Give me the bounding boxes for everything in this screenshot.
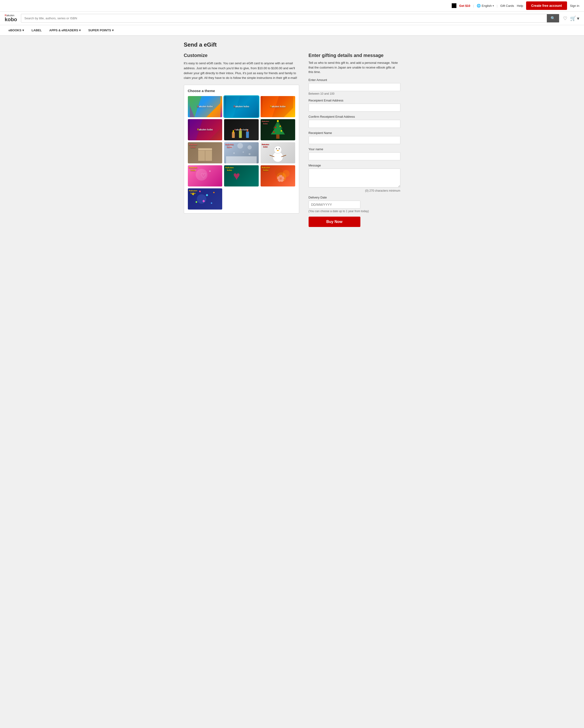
amount-input[interactable]	[309, 83, 400, 91]
two-column-layout: Customize It's easy to send eGift cards.…	[184, 53, 400, 227]
svg-point-29	[237, 143, 243, 149]
nav-label[interactable]: LABEL	[28, 25, 46, 35]
theme-card-1[interactable]: Rakuten kobo	[188, 96, 222, 117]
sign-in-link[interactable]: Sign in	[570, 4, 579, 7]
nav-ebooks[interactable]: eBOOKS ▾	[5, 25, 28, 35]
theme-9-label: Rakutenkobo	[262, 144, 269, 148]
svg-point-21	[280, 126, 281, 127]
nav-apps-chevron: ▾	[79, 28, 81, 32]
svg-rect-52	[206, 194, 208, 197]
svg-text:❄: ❄	[248, 153, 251, 156]
theme-13-label: Rakutenkobo	[189, 189, 197, 195]
get10-link[interactable]: Get $10	[459, 4, 470, 7]
svg-rect-12	[246, 131, 249, 138]
theme-card-9[interactable]: Rakutenkobo	[261, 142, 295, 163]
svg-text:❄: ❄	[233, 152, 235, 154]
right-column: Enter gifting details and message Tell u…	[309, 53, 400, 227]
amount-field-group: Enter Amount Between 10 and 100	[309, 78, 400, 95]
theme-card-4[interactable]: Rakuten kobo	[188, 119, 222, 140]
logo-kobo-text: kobo	[5, 17, 17, 22]
svg-text:♡: ♡	[200, 172, 207, 180]
nav-ebooks-label: eBOOKS	[8, 28, 21, 32]
theme-card-8[interactable]: ❄ ❄ ❄ Rakutenkobo	[224, 142, 259, 163]
main-content: Send a eGift Customize It's easy to send…	[179, 42, 405, 227]
search-bar: 🔍	[21, 14, 559, 23]
black-square-icon	[452, 3, 456, 8]
theme-card-6[interactable]: Rakutenkobo	[261, 119, 295, 140]
top-bar: Get $10 | 🌐 English ▾ | Gift Cards Help …	[0, 0, 584, 11]
theme-grid: Rakuten kobo Rakuten kobo	[188, 96, 295, 210]
svg-point-30	[247, 145, 251, 150]
wishlist-icon[interactable]: ♡	[563, 16, 567, 21]
theme-6-label: Rakutenkobo	[262, 120, 269, 125]
theme-card-3[interactable]: Rakuten kobo	[261, 96, 295, 117]
theme-7-label: Rakutenkobo	[189, 144, 197, 149]
your-name-group: Your name	[309, 147, 400, 160]
theme-card-12[interactable]: 🌸 Rakutenkobo	[261, 165, 295, 186]
message-group: Message (0) 270 characters minimum	[309, 164, 400, 192]
svg-point-23	[281, 130, 282, 132]
svg-rect-26	[198, 148, 212, 151]
buy-now-button[interactable]: Buy Now	[309, 217, 361, 227]
nav-apps[interactable]: APPS & eREADERS ▾	[46, 25, 84, 35]
message-textarea[interactable]	[309, 168, 400, 187]
create-account-button[interactable]: Create free account	[526, 1, 567, 10]
svg-point-35	[274, 146, 282, 154]
help-link[interactable]: Help	[517, 4, 523, 7]
svg-rect-11	[239, 130, 242, 138]
theme-card-11[interactable]: ♥ Rakutenkobo	[224, 165, 259, 186]
your-name-label: Your name	[309, 147, 400, 151]
cart-icon[interactable]: 🛒 ▾	[570, 16, 579, 21]
form-description: Tell us who to send this gift to, and ad…	[309, 60, 400, 74]
svg-point-57	[197, 194, 206, 204]
svg-point-38	[277, 150, 279, 151]
search-button[interactable]: 🔍	[547, 14, 559, 22]
svg-rect-10	[232, 132, 235, 138]
page-title: Send a eGift	[184, 42, 400, 48]
customize-title: Customize	[184, 53, 299, 58]
theme-2-label: Rakuten kobo	[234, 105, 249, 108]
theme-card-5[interactable]: Rakuten kobo	[224, 119, 259, 140]
language-label: English	[482, 4, 492, 7]
navigation: eBOOKS ▾ LABEL APPS & eREADERS ▾ SUPER P…	[0, 25, 584, 36]
recipient-email-input[interactable]	[309, 104, 400, 112]
svg-marker-17	[271, 123, 285, 134]
search-input[interactable]	[21, 14, 547, 22]
header-right: ♡ 🛒 ▾	[563, 16, 579, 21]
theme-3-label: Rakuten kobo	[270, 105, 286, 108]
cart-chevron-icon: ▾	[577, 16, 579, 21]
language-selector[interactable]: 🌐 English ▾	[477, 4, 494, 7]
svg-point-13	[233, 130, 234, 133]
theme-10-label: Rakutenkobo	[189, 166, 197, 172]
globe-icon: 🌐	[477, 4, 481, 7]
svg-point-20	[275, 127, 276, 128]
recipient-name-input[interactable]	[309, 136, 400, 144]
recipient-email-label: Receipient Email Address	[309, 99, 400, 102]
confirm-email-input[interactable]	[309, 120, 400, 128]
svg-point-36	[276, 148, 277, 149]
nav-superpoints[interactable]: SUPER POINTS ▾	[84, 25, 117, 35]
theme-card-7[interactable]: Rakutenkobo	[188, 142, 222, 163]
svg-rect-54	[195, 201, 197, 203]
nav-ebooks-chevron: ▾	[22, 28, 24, 32]
gift-cards-link[interactable]: Gift Cards	[500, 4, 514, 7]
svg-rect-56	[211, 203, 212, 204]
confirm-email-group: Confirm Receipient Email Address	[309, 115, 400, 128]
recipient-email-group: Receipient Email Address	[309, 99, 400, 112]
theme-card-13[interactable]: Rakutenkobo	[188, 188, 222, 210]
theme-card-2[interactable]: Rakuten kobo	[224, 96, 259, 117]
amount-hint: Between 10 and 100	[309, 92, 400, 95]
nav-superpoints-label: SUPER POINTS	[88, 28, 111, 32]
nav-label-text: LABEL	[31, 28, 42, 32]
svg-text:♥: ♥	[233, 169, 240, 182]
delivery-date-input[interactable]	[309, 201, 361, 209]
header: Rakuten kobo 🔍 ♡ 🛒 ▾	[0, 11, 584, 25]
delivery-date-hint: (You can choose a date up to 1 year from…	[309, 210, 400, 213]
recipient-name-label: Receipient Name	[309, 131, 400, 135]
logo[interactable]: Rakuten kobo	[5, 14, 17, 22]
theme-card-10[interactable]: ♡ ✦ ✦ Rakutenkobo	[188, 165, 222, 186]
delivery-date-label: Delivery Date	[309, 196, 400, 199]
customize-description: It's easy to send eGift cards. You can s…	[184, 61, 299, 80]
your-name-input[interactable]	[309, 152, 400, 160]
theme-title: Choose a theme	[188, 89, 295, 93]
